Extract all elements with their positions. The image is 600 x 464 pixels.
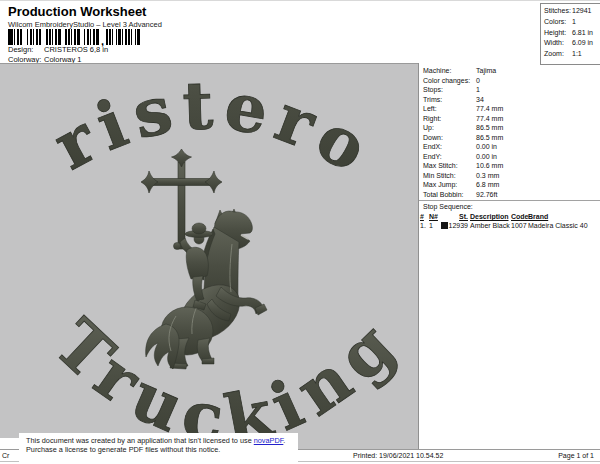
barcode-group-1 [8, 29, 99, 45]
machine-row: Stops:1 [423, 85, 600, 95]
summary-row-height: Height:6.81 in [544, 28, 600, 39]
machine-row: Min Stitch:0.3 mm [423, 171, 600, 181]
novapdf-link[interactable]: novaPDF [254, 436, 284, 445]
design-summary-panel: Stitches:12941 Colors:1 Height:6.81 in W… [540, 3, 600, 65]
arc-text-top: Cristeros [0, 64, 387, 191]
thread-color-swatch [441, 222, 448, 229]
machine-row: Max Jump:6.8 mm [423, 180, 600, 190]
machine-row: Machine:Tajima [423, 66, 600, 76]
machine-info-panel: Machine:Tajima Color changes:0 Stops:1 T… [418, 63, 600, 449]
app-version-label: Wilcom EmbroideryStudio – Level 3 Advanc… [8, 20, 162, 29]
machine-row: Up:86.5 mm [423, 123, 600, 133]
license-notice: This document was created by an applicat… [19, 433, 298, 462]
machine-row: Left:77.4 mm [423, 104, 600, 114]
barcode-separator: , [99, 37, 106, 45]
machine-row: Right:77.4 mm [423, 114, 600, 124]
license-notice-line1: This document was created by an applicat… [26, 436, 298, 445]
design-value: CRISTEROS 6,8 in [44, 45, 108, 54]
design-barcode: , [8, 29, 141, 45]
license-notice-line2: Purchase a license to generate PDF files… [26, 445, 298, 454]
machine-row: EndX:0.00 in [423, 142, 600, 152]
machine-row: EndY:0.00 in [423, 152, 600, 162]
stop-sequence-row: 1. 1 12939 Amber Black 1007 Madeira Clas… [419, 221, 600, 230]
page-number: Page 1 of 1 [558, 452, 594, 459]
sombrero-crown [192, 223, 206, 234]
stop-sequence-title: Stop Sequence: [419, 201, 600, 212]
production-worksheet-page: Production Worksheet Wilcom EmbroiderySt… [0, 0, 600, 464]
machine-stats-list: Machine:Tajima Color changes:0 Stops:1 T… [419, 63, 600, 199]
page-title: Production Worksheet [8, 4, 146, 19]
machine-row: Trims:34 [423, 95, 600, 105]
design-name-row: Design:CRISTEROS 6,8 in [8, 45, 108, 54]
summary-row-zoom: Zoom:1:1 [544, 49, 600, 60]
design-label: Design: [8, 45, 44, 54]
machine-row: Color changes:0 [423, 76, 600, 86]
machine-row: Total Bobbin:92.76ft [423, 190, 600, 200]
footer-filename-fragment: Cr [2, 452, 9, 459]
summary-row-width: Width:6.09 in [544, 38, 600, 49]
barcode-group-2 [106, 29, 141, 45]
footer-corner-patch [0, 438, 19, 449]
summary-row-stitches: Stitches:12941 [544, 6, 600, 17]
stop-sequence-header-row: # N# St. Description Code Brand [419, 212, 600, 221]
machine-row: Down:86.5 mm [423, 133, 600, 143]
printed-timestamp: Printed: 19/06/2021 10.54.52 [353, 452, 443, 459]
machine-row: Max Stitch:10.6 mm [423, 161, 600, 171]
summary-row-colors: Colors:1 [544, 17, 600, 28]
